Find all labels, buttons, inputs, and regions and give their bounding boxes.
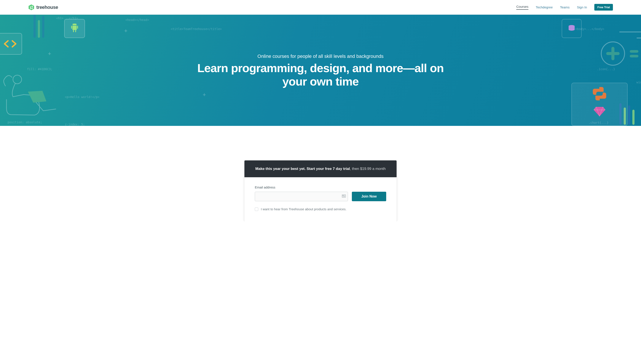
nav-sign-in[interactable]: Sign In <box>577 6 587 9</box>
deco-tag-p: <p>Hello world!</p> <box>65 95 99 99</box>
logo-text: treehouse <box>36 4 58 10</box>
nav-techdegree[interactable]: Techdegree <box>536 6 553 9</box>
signup-card: Make this year your best yet. Start your… <box>244 160 397 221</box>
email-input[interactable] <box>255 192 348 201</box>
deco-tag-zindex: z-index: 5; <box>65 123 85 126</box>
cta-headline-bold: Make this year your best yet. Start your… <box>255 167 350 171</box>
plus-icon: + <box>203 92 206 98</box>
free-trial-button[interactable]: Free Trial <box>594 4 613 10</box>
email-label: Email address <box>255 186 386 189</box>
signup-card-header: Make this year your best yet. Start your… <box>244 160 397 177</box>
marketing-opt-in-label: I want to hear from Treehouse about prod… <box>261 207 347 211</box>
svg-marker-0 <box>29 4 34 10</box>
hero-section: <h1>...</h1> <head></head> <title>TeamTr… <box>0 15 641 126</box>
main-nav: Courses Techdegree Teams Sign In Free Tr… <box>516 4 613 10</box>
python-icon <box>592 86 607 101</box>
nav-teams[interactable]: Teams <box>560 6 569 9</box>
treehouse-logo-icon <box>28 4 35 10</box>
hero-title: Learn programming, design, and more—all … <box>195 61 446 88</box>
python-ruby-deco-icon <box>571 83 627 126</box>
nav-courses[interactable]: Courses <box>516 5 528 10</box>
contact-card-icon <box>342 194 346 198</box>
site-header: treehouse Courses Techdegree Teams Sign … <box>0 0 641 15</box>
svg-rect-16 <box>343 195 344 196</box>
cta-headline-light: , then $19.99 a month <box>350 167 386 171</box>
marketing-opt-in-checkbox[interactable] <box>255 208 258 211</box>
ruby-gem-icon <box>594 106 605 117</box>
hero-subtitle: Online courses for people of all skill l… <box>0 54 641 59</box>
logo[interactable]: treehouse <box>28 4 58 10</box>
join-now-button[interactable]: Join Now <box>352 192 386 201</box>
